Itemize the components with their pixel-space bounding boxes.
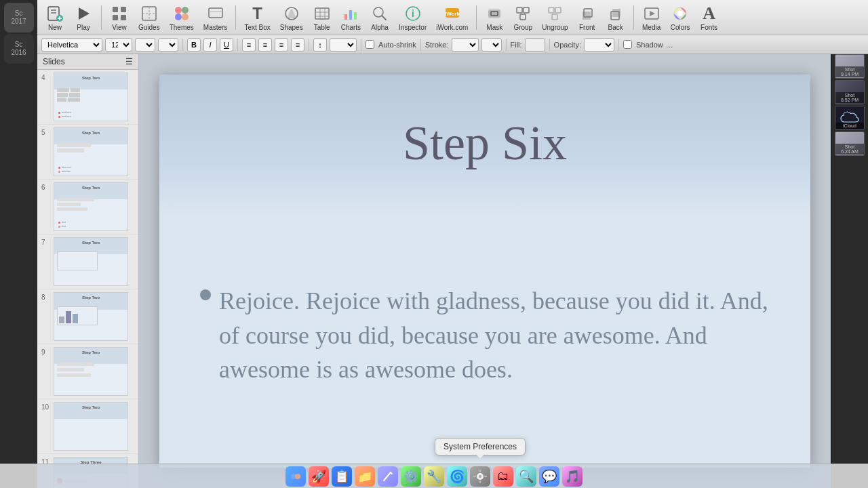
dock-app10[interactable]: 🗂	[493, 466, 513, 487]
dock-finder[interactable]	[285, 466, 306, 487]
toolbar-new[interactable]: New	[41, 1, 68, 34]
svg-rect-59	[479, 470, 481, 472]
toolbar-shapes[interactable]: Shapes	[276, 1, 307, 34]
themes-icon	[172, 4, 191, 23]
font-size-select[interactable]: 12	[105, 38, 132, 52]
inspector-icon: i	[403, 4, 422, 23]
dock-launchpad[interactable]: 🚀	[309, 466, 329, 487]
slide-thumb-7[interactable]: 7 Step Two	[37, 235, 138, 289]
toolbar-ungroup[interactable]: Ungroup	[538, 1, 572, 34]
new-label: New	[48, 24, 62, 31]
auto-shrink-checkbox[interactable]	[366, 40, 374, 49]
fonts-icon: A	[700, 4, 719, 23]
right-thumb-4[interactable]: Shot8.52 PM	[835, 80, 865, 104]
slide-preview-7: Step Two	[54, 237, 128, 286]
stroke-size-select[interactable]	[481, 38, 502, 52]
toolbar-masters[interactable]: Masters	[199, 1, 232, 34]
underline-button[interactable]: U	[220, 38, 233, 52]
shapes-icon	[282, 4, 301, 23]
bullet-dot	[200, 289, 211, 300]
toolbar-iwork[interactable]: iWork iWork.com	[432, 1, 472, 34]
fill-color[interactable]	[525, 38, 545, 52]
stroke-select[interactable]	[452, 38, 479, 52]
toolbar-view[interactable]: View	[106, 1, 133, 34]
dock: 🚀 📋 📁 ⚙️ 🔧 🌀 System Preferences 🗂 🔍 💬 🎵	[37, 464, 831, 488]
dock-app8[interactable]: 🌀	[447, 466, 467, 487]
svg-line-55	[384, 472, 391, 481]
opacity-select[interactable]	[584, 38, 614, 52]
toolbar-back[interactable]: Back	[602, 1, 629, 34]
line-spacing-button[interactable]: ↕	[313, 38, 327, 52]
align-center-button[interactable]: ≡	[258, 38, 272, 52]
toolbar-fonts[interactable]: A Fonts	[696, 1, 723, 34]
slides-options[interactable]: ☰	[125, 57, 133, 66]
svg-text:i: i	[412, 8, 414, 19]
colors-label: Colors	[671, 24, 690, 31]
align-left-button[interactable]: ≡	[242, 38, 256, 52]
dock-app4[interactable]: 📁	[355, 466, 375, 487]
align-justify-button[interactable]: ≡	[291, 38, 304, 52]
italic-button[interactable]: I	[203, 38, 217, 52]
right-thumb-icloud[interactable]: iCloud	[835, 106, 865, 130]
toolbar-mask[interactable]: Mask	[481, 1, 508, 34]
text-indent-select[interactable]	[330, 38, 357, 52]
line-height-select[interactable]: 1	[158, 38, 178, 52]
front-icon	[578, 4, 597, 23]
left-app-sc2017[interactable]: Sc2017	[4, 3, 34, 33]
svg-rect-61	[473, 476, 476, 477]
dock-app6[interactable]: ⚙️	[401, 466, 421, 487]
toolbar-inspector[interactable]: i Inspector	[395, 1, 431, 34]
font-family-select[interactable]: Helvetica	[41, 38, 102, 52]
textbox-label: Text Box	[244, 24, 270, 31]
dock-dashboard[interactable]: 📋	[332, 466, 352, 487]
dock-app11[interactable]: 🔍	[516, 466, 536, 487]
slide-canvas[interactable]: Step Six Rejoice. Rejoice with gladness,…	[159, 75, 810, 468]
dock-app5[interactable]	[378, 466, 398, 487]
svg-point-54	[295, 474, 300, 479]
slide-thumb-5[interactable]: 5 Step Two item one item two	[37, 125, 138, 180]
font-style-select[interactable]: R	[135, 38, 155, 52]
slide-preview-8: Step Two	[54, 292, 128, 341]
bold-button[interactable]: B	[187, 38, 201, 52]
svg-rect-42	[555, 7, 561, 13]
slide-thumb-4[interactable]: 4 Step Two text here text here	[37, 70, 138, 125]
shadow-checkbox[interactable]	[623, 40, 632, 49]
slide-thumb-9[interactable]: 9 Step Two	[37, 344, 138, 399]
toolbar-table[interactable]: Table	[309, 1, 336, 34]
toolbar-themes[interactable]: Themes	[165, 1, 198, 34]
media-icon	[642, 4, 661, 23]
dock-app7[interactable]: 🔧	[424, 466, 444, 487]
right-thumb-5[interactable]: Shot6.24 AM	[835, 131, 865, 156]
toolbar-front[interactable]: Front	[574, 1, 601, 34]
slide-thumb-8[interactable]: 8 Step Two	[37, 289, 138, 344]
align-right-button[interactable]: ≡	[275, 38, 288, 52]
dock-app12[interactable]: 💬	[539, 466, 559, 487]
play-label: Play	[77, 24, 90, 31]
dock-syspref[interactable]	[470, 466, 490, 487]
slide-thumb-6[interactable]: 6 Step Two text text	[37, 180, 138, 235]
play-icon	[74, 4, 93, 23]
fmt-sep-3	[309, 39, 309, 51]
fill-label: Fill:	[511, 41, 522, 49]
toolbar-group[interactable]: Group	[509, 1, 536, 34]
svg-point-17	[182, 14, 189, 20]
right-thumb-3[interactable]: Shot9.14 PM	[835, 54, 865, 79]
toolbar-guides[interactable]: Guides	[134, 1, 164, 34]
toolbar-textbox[interactable]: T Text Box	[240, 1, 274, 34]
fmt-sep-5	[420, 39, 421, 51]
slide-thumb-10[interactable]: 10 Step Two	[37, 399, 138, 454]
toolbar-media[interactable]: Media	[638, 1, 665, 34]
toolbar-alpha[interactable]: Alpha	[366, 1, 393, 34]
toolbar-charts[interactable]: Charts	[337, 1, 365, 34]
auto-shrink-label: Auto-shrink	[378, 41, 416, 49]
svg-rect-40	[520, 14, 526, 20]
svg-rect-60	[479, 481, 481, 483]
opacity-label: Opacity:	[554, 41, 581, 49]
left-app-sc2016[interactable]: Sc2016	[4, 34, 34, 64]
svg-rect-27	[344, 14, 347, 20]
shadow-more: …	[666, 41, 673, 49]
toolbar-colors[interactable]: Colors	[667, 1, 694, 34]
toolbar-sep-1	[101, 5, 102, 30]
dock-app13[interactable]: 🎵	[562, 466, 583, 487]
toolbar-play[interactable]: Play	[70, 1, 97, 34]
